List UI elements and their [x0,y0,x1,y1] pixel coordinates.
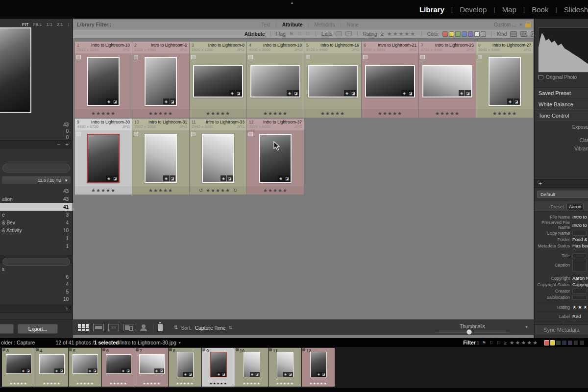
edit-badge-icon[interactable]: ◪ [284,175,290,181]
color-swatch-1[interactable] [449,31,454,37]
compare-view-button[interactable]: XY [108,324,119,331]
thumbnail-image[interactable]: ◈ ◪ [308,65,358,98]
star-rating[interactable]: ★★★★★ [148,188,173,193]
add-folder-icon[interactable]: + [65,142,69,147]
filmstrip-color-chip-1[interactable] [550,341,555,345]
navigator-zoom-2:1[interactable]: 2:1 [57,22,63,27]
edit-badge-icon[interactable]: ◪ [112,98,118,104]
star-rating[interactable]: ★★★★★ [91,111,116,116]
star-rating[interactable]: ★★★★★ [435,111,460,116]
rotate-right-icon[interactable]: ↻ [233,188,237,193]
filter-preset-dropdown[interactable]: Custom ... [494,22,516,27]
module-tab-library[interactable]: Library [413,5,451,14]
thumbnail-image[interactable]: ◈ ◪ [365,65,415,98]
rotate-left-icon[interactable]: ↺ [199,188,203,193]
grid-photo-cell[interactable]: 8 Intro to Lightroom-27 3648 x 4400 JPG … [476,42,533,118]
quick-develop-section-tone-control[interactable]: Tone Control [535,110,588,121]
publish-panel-header[interactable]: + [0,305,73,313]
filter-tab-metadata[interactable]: Metadata [310,22,340,27]
add-keyword-icon[interactable]: + [539,181,542,187]
remove-folder-icon[interactable]: − [57,142,60,147]
thumbnail-image[interactable]: ◈ ◪ [202,134,234,183]
volume-browser[interactable]: 11.8 / 20 TB ▼ [2,176,71,184]
filmstrip-thumbnail-image[interactable]: ◈ ◪ [177,352,194,377]
star-rating[interactable]: ★★★★★ [378,111,402,116]
source-caret-icon[interactable]: ▾ [179,341,181,345]
flag-checkbox[interactable] [248,132,253,136]
flag-checkbox[interactable] [76,132,81,136]
edited-filter-icon[interactable] [336,31,342,36]
flag-unflag-icon[interactable]: ⚐ [297,31,302,37]
filmstrip-photo-cell[interactable]: 9 ◈ ◪ ★★★★★ [202,348,235,387]
filmstrip-thumbnail-image[interactable]: ◈ ◪ [139,354,165,374]
filmstrip-thumbnail-image[interactable]: ◈ ◪ [244,352,260,377]
edit-badge-icon[interactable]: ◪ [112,175,118,181]
people-view-button[interactable] [139,324,149,331]
flag-checkbox[interactable] [248,55,253,59]
color-swatch-6[interactable] [481,31,486,37]
metadata-field-value[interactable]: ★ ★ ★ [572,304,588,310]
thumbnail-size-slider[interactable] [436,332,509,333]
sort-direction-icon[interactable]: ⇅ [173,324,178,331]
metadata-field-value[interactable]: Intro to [572,222,587,228]
grid-photo-cell[interactable]: 10 Intro to Lightroom-31 2507 x 3066 JPG… [132,119,189,195]
edit-badge-icon[interactable]: ◪ [465,90,471,96]
filmstrip-photo-cell[interactable]: 6 ◈ ◪ ★★★★★ [102,348,135,387]
edit-badge-icon[interactable]: ◪ [170,98,175,104]
star-rating[interactable]: ★★★★★ [206,111,230,116]
keyword-badge-icon[interactable]: ◈ [278,175,284,181]
filmstrip-color-chip-3[interactable] [562,341,566,345]
keyword-badge-icon[interactable]: ◈ [287,90,293,96]
painter-tool-icon[interactable] [158,324,163,331]
keyword-badge-icon[interactable]: ◈ [106,175,112,181]
color-swatch-0[interactable] [442,31,448,37]
star-rating[interactable]: ★★★★★ [148,111,173,116]
metadata-field-value[interactable]: Has bee [572,243,588,248]
keyword-badge-icon[interactable]: ◈ [163,98,169,104]
filmstrip-photo-cell[interactable]: 12 ◈ ◪ ★★★★★ [302,348,335,387]
flag-checkbox[interactable] [478,55,482,59]
keyword-set-dropdown[interactable]: Default [537,191,588,198]
filter-tab-attribute[interactable]: Attribute [278,22,307,27]
metadata-field-value[interactable] [572,259,587,271]
grid-photo-cell[interactable]: 5 Intro to Lightroom-19 6720 x 4480 JPG … [304,42,361,118]
flag-checkbox[interactable] [306,55,310,59]
source-path-text[interactable]: older : Capture [1,340,35,345]
grid-photo-cell[interactable]: 12 Intro to Lightroom-37 3376 x 6000 JPG… [247,119,304,195]
filmstrip-photo-cell[interactable]: 11 ◈ ◪ ★★★★★ [269,348,301,387]
color-swatch-3[interactable] [462,31,467,37]
thumbnail-image[interactable]: ◈ ◪ [250,65,300,98]
metadata-field-value[interactable]: Food & [572,237,588,242]
grid-photo-cell[interactable]: 9 Intro to Lightroom-30 4480 x 6720 JPG … [75,119,132,195]
catalog-item[interactable]: 0 [0,128,73,134]
filter-tab-none[interactable]: None [343,22,363,27]
navigator-zoom-↕[interactable]: ↕ [68,22,70,27]
flag-checkbox[interactable] [191,55,196,59]
thumbnail-image[interactable]: ◈ ◪ [422,65,472,98]
metadata-preset-dropdown[interactable]: Aaron [566,203,584,210]
thumbnail-image[interactable]: ◈ ◪ [87,57,120,106]
star-rating[interactable]: ★★★★★ [263,188,288,193]
filmstrip-thumbnail-image[interactable]: ◈ ◪ [277,352,294,377]
flag-checkbox[interactable] [191,132,196,136]
thumbnail-image[interactable]: ◈ ◪ [145,134,177,183]
filmstrip-photo-cell[interactable]: 4 ◈ ◪ ★★★★★ [35,348,68,387]
metadata-field-value[interactable] [572,253,587,258]
folders-panel-header[interactable]: − + [0,140,73,148]
edit-badge-icon[interactable]: ◪ [170,175,175,181]
module-tab-slidesh[interactable]: Slidesh [557,5,588,14]
flag-checkbox[interactable] [420,55,425,59]
keyword-badge-icon[interactable]: ◈ [344,90,350,96]
collapse-top-panel-arrow-icon[interactable]: ▲ [290,0,294,5]
folder-search-input[interactable] [2,164,70,172]
filmstrip-thumbnail-image[interactable]: ◈ ◪ [310,352,327,377]
kind-master-photo-icon[interactable] [510,31,517,37]
grid-photo-cell[interactable]: 2 Intro to Lightroom-2 3328 x 4483 JPG ◈… [132,42,189,118]
star-rating[interactable]: ★★★★★ [91,188,116,193]
flag-pick-icon[interactable]: ⚑ [289,31,294,37]
filmstrip-thumbnail-image[interactable]: ◈ ◪ [6,354,31,374]
grid-photo-cell[interactable]: 4 Intro to Lightroom-18 4000 x 3000 JPG … [247,42,304,118]
quick-develop-section-white-balance[interactable]: White Balance [535,98,588,110]
grid-photo-cell[interactable]: 11 Intro to Lightroom-33 2992 x 3992 JPG… [190,119,246,195]
filmstrip-rating-operator[interactable]: ≥ [504,340,507,345]
